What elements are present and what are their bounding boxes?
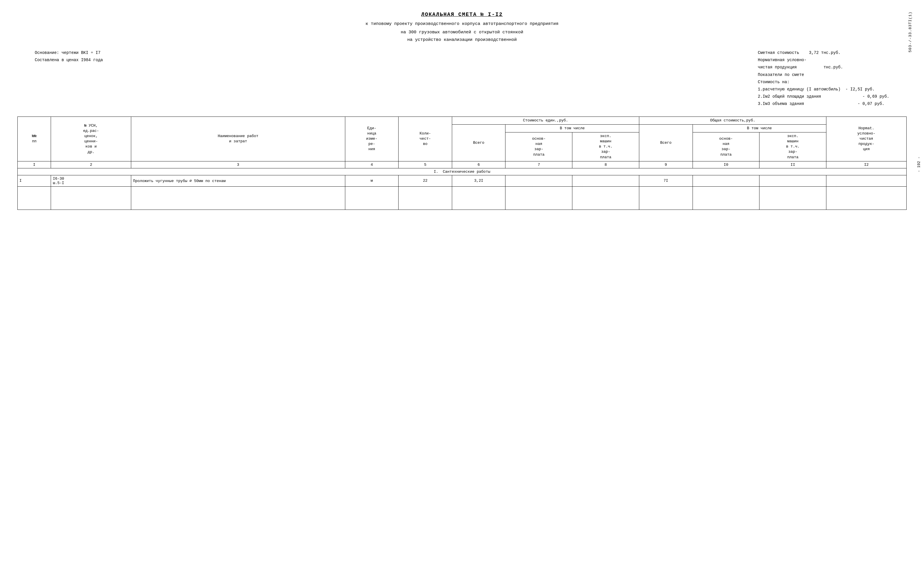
col-header-unit: Еди-ницаизме-ре-ния	[345, 117, 399, 161]
row-unit-base	[505, 175, 573, 186]
table-container: №№пп № УСН,ед.рас-ценок,ценни-ков идр. Н…	[17, 117, 907, 210]
info-left: Основание: чертежи ВКI ÷ I7 Составлена в…	[35, 49, 103, 108]
col-num-2: 2	[51, 161, 131, 168]
col-header-base-salary: основ-наязар-плата	[505, 132, 573, 161]
col-header-total-all: Всего	[639, 124, 693, 161]
table-header-row1: №№пп № УСН,ед.рас-ценок,ценни-ков идр. Н…	[18, 117, 907, 124]
cost-on-line: Стоимость на:	[758, 79, 889, 86]
basis-label: Основание: чертежи ВКI ÷ I7	[35, 49, 103, 56]
col-num-12: I2	[827, 161, 907, 168]
subtitle2: на 300 грузовых автомобилей с открытой с…	[17, 29, 907, 36]
col-header-total-base-salary: основ-наязар-плата	[693, 132, 759, 161]
main-title: ЛОКАЛЬНАЯ СМЕТА № I-I2	[17, 12, 907, 17]
norm-line2: Нормативная условно-	[758, 56, 889, 64]
row-total-total: 7I	[639, 175, 693, 186]
header-section: ЛОКАЛЬНАЯ СМЕТА № I-I2 к типовому проект…	[17, 12, 907, 42]
subtitle3: на устройство канализации производственн…	[17, 37, 907, 42]
subtitle1: к типовому проекту производственного кор…	[17, 21, 907, 28]
section-title: I. Сантехнические работы	[18, 168, 907, 175]
col-num-8: 8	[573, 161, 639, 168]
cost-unit-line: 1.расчетную единицу (I автомсбиль) - I2,…	[758, 86, 889, 93]
col-num-4: 4	[345, 161, 399, 168]
indicator-line: Показатели по смете	[758, 71, 889, 79]
side-code-label: 503-/-33.83TI(1)	[908, 12, 912, 53]
col-num-9: 9	[639, 161, 693, 168]
col-num-11: II	[759, 161, 827, 168]
cost-line: Сметная стоимость 3,72 тнс.руб.	[758, 49, 889, 56]
col-num-7: 7	[505, 161, 573, 168]
col-header-total-cost: Общая стоимость,руб.	[639, 117, 826, 124]
col-header-qty: Коли-чест-во	[399, 117, 452, 161]
col-num-10: I0	[693, 161, 759, 168]
col-header-total-including: В том числе	[693, 124, 827, 132]
row-unit: м	[345, 175, 399, 186]
row-norm	[827, 175, 907, 186]
table-row: I I6-30ш.5-I Проложить чугунные трубы ∅ …	[18, 175, 907, 186]
col-num-5: 5	[399, 161, 452, 168]
cost-value: 3,72 тнс.руб.	[809, 50, 841, 55]
cost-m2-line: 2.Iм2 общей площади здания - 0,69 руб.	[758, 93, 889, 100]
col-header-unit-including: В том числе	[505, 124, 639, 132]
section-header-row: I. Сантехнические работы	[18, 168, 907, 175]
col-header-unit-total: Всего	[452, 124, 505, 161]
info-section: Основание: чертежи ВКI ÷ I7 Составлена в…	[17, 49, 907, 108]
row-total-base	[693, 175, 759, 186]
row-num: I	[18, 175, 51, 186]
col-num-1: I	[18, 161, 51, 168]
col-header-norm: Норmat.условно-чистаяпродук-ция	[827, 117, 907, 161]
compiled-label: Составлена в ценах I984 года	[35, 56, 103, 64]
col-num-3: 3	[131, 161, 345, 168]
row-qty: 22	[399, 175, 452, 186]
col-header-num: №№пп	[18, 117, 51, 161]
info-right: Сметная стоимость 3,72 тнс.руб. Норматив…	[758, 49, 889, 108]
row-unit-total: 3,2I	[452, 175, 505, 186]
page-number: - 192 -	[917, 157, 921, 172]
col-header-ucn: № УСН,ед.рас-ценок,ценни-ков идр.	[51, 117, 131, 161]
row-name: Проложить чугунные трубы ∅ 50мм по стена…	[131, 175, 345, 186]
row-total-mach	[759, 175, 827, 186]
col-num-6: 6	[452, 161, 505, 168]
page-wrapper: 503-/-33.83TI(1) ЛОКАЛЬНАЯ СМЕТА № I-I2 …	[17, 12, 907, 562]
cost-label: Сметная стоимость	[758, 50, 799, 55]
main-table: №№пп № УСН,ед.рас-ценок,ценни-ков идр. Н…	[17, 117, 907, 210]
table-number-row: I 2 3 4 5 6 7 8 9 I0 II I2	[18, 161, 907, 168]
empty-row	[18, 186, 907, 210]
col-header-mach-salary: эксп.машинв т.ч.зар-плата	[573, 132, 639, 161]
row-ucn: I6-30ш.5-I	[51, 175, 131, 186]
col-header-unit-cost: Стоимость един.,руб.	[452, 117, 639, 124]
col-header-total-mach-salary: эксп.машинв т.ч.зар-плата	[759, 132, 827, 161]
row-unit-mach	[573, 175, 639, 186]
col-header-name: Наименование работи затрат	[131, 117, 345, 161]
norm-line3: чистая продукция тнс.руб.	[758, 64, 889, 71]
cost-m3-line: 3.Iм3 объема здания - 0,07 руб.	[758, 100, 889, 107]
